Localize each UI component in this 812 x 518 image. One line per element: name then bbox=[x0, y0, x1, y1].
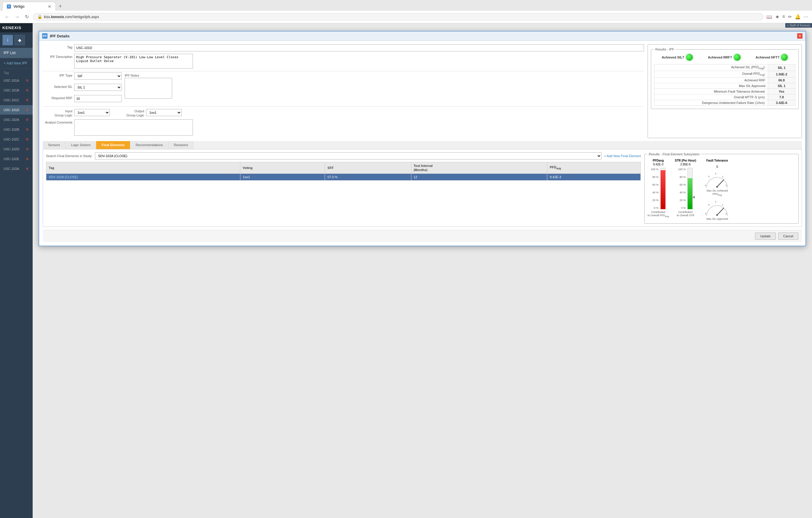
selected-sil-select[interactable]: SIL 1 bbox=[74, 84, 122, 91]
search-label: Search Final Elements in Study: bbox=[46, 154, 93, 158]
analyst-comments-textarea[interactable] bbox=[74, 119, 193, 136]
results-label-5: Overall MTTF-S (yrs): bbox=[655, 94, 768, 100]
sidebar-item-usc-103a[interactable]: USC-103A ✕ bbox=[0, 164, 33, 174]
remove-usc-102a-button[interactable]: ✕ bbox=[26, 117, 29, 122]
results-label-0: Achieved SIL (PFDAvg): bbox=[655, 64, 768, 71]
tab-bar: V Vertigo ✕ + bbox=[0, 0, 812, 11]
sidebar-item-usc-101c[interactable]: USC-101C ✕ bbox=[0, 96, 33, 105]
achieved-hft-label: Achieved HFT? bbox=[756, 56, 779, 59]
sidebar-item-ipf-list[interactable]: IPF List bbox=[0, 48, 33, 58]
main-area: s Staff of Kenexis IPF IPF Details ✕ bbox=[33, 23, 812, 518]
description-row: IPF Description High Pressure Separator … bbox=[43, 54, 644, 69]
results-value-1: 1.50E-2 bbox=[768, 71, 795, 78]
sidebar-nav: IPF List + Add New IPF Tag USC-101A ✕ US… bbox=[0, 48, 33, 518]
output-group-logic-group: Output Group Logic 1oo1 bbox=[115, 108, 182, 118]
final-elements-table: Tag Voting SFF Test Interval(Months) PFD… bbox=[46, 162, 641, 181]
ipf-type-select[interactable]: SIF bbox=[74, 73, 122, 80]
sidebar-item-usc-102d[interactable]: USC-102D ✕ bbox=[0, 144, 33, 154]
tag-input[interactable] bbox=[74, 44, 644, 51]
cell-tag-0: SDV-102A (CLOSE) bbox=[46, 174, 240, 181]
new-tab-button[interactable]: + bbox=[56, 2, 64, 11]
update-button[interactable]: Update bbox=[755, 233, 776, 240]
svg-text:2: 2 bbox=[715, 172, 717, 175]
results-indicators: Achieved SIL? Achieved RRF? Achieved HFT… bbox=[654, 54, 795, 61]
results-row-2: Achieved RRF 66.8 bbox=[655, 78, 795, 83]
modal-title: IPF Details bbox=[50, 34, 69, 38]
search-select[interactable]: SDV-102A (CLOSE) bbox=[95, 153, 602, 160]
input-group-logic-select[interactable]: 1oo1 bbox=[74, 109, 110, 116]
tab-label: Vertigo bbox=[13, 4, 24, 9]
red-bar-scale: 100 % 80 % 60 % 40 % 20 % 0 % bbox=[651, 168, 659, 210]
svg-text:1: 1 bbox=[722, 175, 724, 178]
remove-usc-102c-button[interactable]: ✕ bbox=[26, 137, 29, 142]
tab-close-button[interactable]: ✕ bbox=[48, 4, 51, 9]
sidebar-item-usc-102e[interactable]: USC-102E ✕ bbox=[0, 154, 33, 164]
remove-usc-101c-button[interactable]: ✕ bbox=[26, 98, 29, 103]
final-elements-section: Search Final Elements in Study: SDV-102A… bbox=[46, 153, 641, 224]
sidebar-item-usc-102b[interactable]: USC-102B ✕ bbox=[0, 125, 33, 135]
forward-button[interactable]: → bbox=[13, 13, 21, 21]
sidebar-item-usc-102a[interactable]: USC-102A ✕ bbox=[0, 115, 33, 125]
dial-2-svg: 4 3 2 1 0 bbox=[704, 199, 730, 217]
modal-header: IPF IPF Details ✕ bbox=[39, 31, 806, 41]
ipf-notes-col: IPF Notes bbox=[125, 73, 172, 105]
sidebar-item-usc-101a[interactable]: USC-101A ✕ bbox=[0, 76, 33, 85]
col-tag: Tag bbox=[46, 162, 240, 174]
remove-usc-101b-button[interactable]: ✕ bbox=[26, 88, 29, 93]
analyst-comments-row: Analyst Comments bbox=[43, 119, 644, 136]
remove-usc-102b-button[interactable]: ✕ bbox=[26, 127, 29, 132]
sidebar-item-usc-101d[interactable]: USC-101D ✕ bbox=[0, 105, 33, 115]
reload-button[interactable]: ↻ bbox=[24, 13, 30, 21]
edit-icon[interactable]: ✏ bbox=[788, 14, 792, 20]
svg-text:2: 2 bbox=[715, 200, 717, 203]
results-label-4: Minimum Fault Tolerance Achieved: bbox=[655, 89, 768, 94]
input-group-logic-label: Input Group Logic bbox=[43, 108, 72, 118]
results-label-1: Overall PFDAvg: bbox=[655, 71, 768, 78]
reader-mode-icon[interactable]: 📖 bbox=[766, 14, 772, 20]
ipf-notes-textarea[interactable] bbox=[125, 78, 172, 99]
achieved-sil-indicator: Achieved SIL? bbox=[662, 54, 693, 61]
achieved-hft-indicator: Achieved HFT? bbox=[756, 54, 788, 61]
results-row-5: Overall MTTF-S (yrs): 7.8 bbox=[655, 94, 795, 100]
input-group-logic-group: Input Group Logic 1oo1 bbox=[43, 108, 110, 118]
remove-usc-101d-button[interactable]: ✕ bbox=[26, 108, 29, 112]
modal-body: Tag IPF Description High Pressure Separa… bbox=[39, 41, 806, 246]
output-group-logic-select[interactable]: 1oo1 bbox=[146, 109, 182, 116]
cancel-button[interactable]: Cancel bbox=[778, 233, 799, 240]
remove-usc-101a-button[interactable]: ✕ bbox=[26, 78, 29, 83]
green-bar-scale: 100 % 80 % 60 % 40 % 20 % 0 % bbox=[678, 168, 687, 210]
required-rrf-input[interactable] bbox=[74, 95, 122, 102]
remove-usc-102e-button[interactable]: ✕ bbox=[26, 157, 29, 161]
sidebar-item-usc-101b[interactable]: USC-101B ✕ bbox=[0, 85, 33, 96]
sidebar-item-usc-102c[interactable]: USC-102C ✕ bbox=[0, 135, 33, 144]
remove-usc-102d-button[interactable]: ✕ bbox=[26, 147, 29, 152]
more-icon[interactable]: ⋯ bbox=[804, 14, 808, 20]
tab-logic-solvers[interactable]: Logic Solvers bbox=[66, 141, 96, 149]
cell-voting-0: 1oo1 bbox=[240, 174, 325, 181]
achieved-hft-dot bbox=[781, 54, 788, 61]
sidebar-item-add-new-ipf[interactable]: + Add New IPF bbox=[0, 58, 33, 69]
address-input[interactable]: 🔒 kiss.kenexis.com/Vertigo/lpfs.aspx bbox=[33, 13, 763, 21]
dial-2-label: Max SIL Approved bbox=[706, 217, 728, 220]
notifications-icon[interactable]: 🔔 bbox=[795, 14, 801, 20]
tab-revisions[interactable]: Revisions bbox=[169, 141, 194, 149]
tab-final-elements[interactable]: Final Elements bbox=[96, 141, 130, 149]
sidebar-info-icon[interactable]: i bbox=[2, 35, 13, 46]
browser-tab-vertigo[interactable]: V Vertigo ✕ bbox=[2, 2, 56, 11]
sidebar-diamond-icon[interactable]: ◆ bbox=[14, 35, 25, 46]
bookmark-icon[interactable]: ★ bbox=[775, 14, 779, 20]
svg-text:3: 3 bbox=[708, 175, 709, 178]
green-bar-gauge: STR (Per Hour) 2.85E-6 100 % 80 % 60 % bbox=[675, 159, 696, 220]
results-value-2: 66.8 bbox=[768, 78, 795, 83]
table-row-0[interactable]: SDV-102A (CLOSE) 1oo1 57.0 % 12 9.42E-3 bbox=[46, 174, 641, 181]
tag-link-0[interactable]: SDV-102A (CLOSE) bbox=[49, 175, 78, 179]
description-input[interactable]: High Pressure Separator (V-101) Low-Low … bbox=[74, 54, 193, 69]
tab-sensors[interactable]: Sensors bbox=[43, 141, 66, 149]
remove-usc-103a-button[interactable]: ✕ bbox=[26, 166, 29, 171]
back-button[interactable]: ← bbox=[4, 13, 11, 21]
tab-recommendations[interactable]: Recommendations bbox=[130, 141, 169, 149]
add-final-element-button[interactable]: + Add New Final Element bbox=[604, 154, 641, 158]
menu-icon[interactable]: ≡ bbox=[782, 14, 785, 20]
modal-close-button[interactable]: ✕ bbox=[797, 33, 803, 38]
col-test-interval: Test Interval(Months) bbox=[411, 162, 547, 174]
